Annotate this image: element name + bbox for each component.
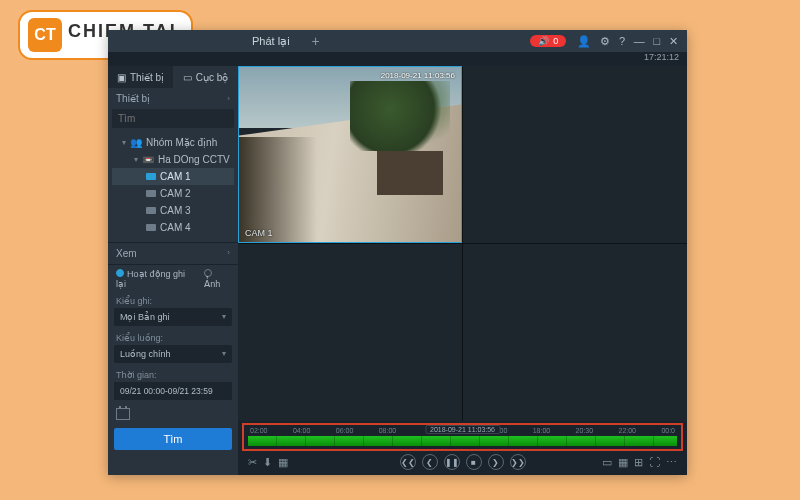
layout-4-icon[interactable]: ▦ xyxy=(618,456,628,469)
timeline-bar[interactable] xyxy=(248,436,677,446)
radio-photo[interactable]: Ảnh xyxy=(204,269,230,289)
sidebar-tab-device-label: Thiết bị xyxy=(130,72,164,83)
tab-add-button[interactable]: + xyxy=(306,33,326,49)
volume-icon: 🔊 xyxy=(538,36,549,46)
app-window: Phát lại + 🔊 0 👤 ⚙ ? — □ ✕ 17:21:12 ▣ xyxy=(108,30,687,475)
close-icon[interactable]: ✕ xyxy=(666,35,681,47)
expand-icon: ▾ xyxy=(134,155,138,164)
device-search[interactable]: 🔍 xyxy=(112,109,234,128)
tree-cam-2[interactable]: CAM 2 xyxy=(112,185,234,202)
brand-icon: CT xyxy=(28,18,62,52)
devices-header[interactable]: Thiết bị › xyxy=(108,88,238,109)
video-cell-4[interactable] xyxy=(463,244,687,421)
alert-count: 0 xyxy=(553,36,558,46)
layout-1-icon[interactable]: ▭ xyxy=(602,456,612,469)
help-icon[interactable]: ? xyxy=(616,35,628,47)
chevron-right-icon: › xyxy=(227,94,230,103)
fullscreen-icon[interactable]: ⛶ xyxy=(649,456,660,469)
view-header[interactable]: Xem › xyxy=(108,243,238,264)
tree-cam-label: CAM 3 xyxy=(160,205,191,216)
titlebar: Phát lại + 🔊 0 👤 ⚙ ? — □ ✕ xyxy=(108,30,687,52)
camera-icon xyxy=(146,207,156,214)
timeline-highlight: 02:00 04:00 06:00 08:00 14:00 16:00 18:0… xyxy=(242,423,683,451)
tick: 06:00 xyxy=(336,427,354,434)
playback-controls: ✂ ⬇ ▦ ❮❮ ❮ ❚❚ ■ ❯ ❯❯ ▭ ▦ ⊞ ⛶ ⋯ xyxy=(242,451,683,473)
tree-cam-label: CAM 1 xyxy=(160,171,191,182)
video-cell-1[interactable]: 2018-09-21 11:03:56 CAM 1 xyxy=(238,66,462,243)
osd-camera-name: CAM 1 xyxy=(245,228,273,238)
pause-button[interactable]: ❚❚ xyxy=(444,454,460,470)
tick: 18:00 xyxy=(533,427,551,434)
next-frame-button[interactable]: ❯❯ xyxy=(510,454,526,470)
tree-cam-label: CAM 2 xyxy=(160,188,191,199)
stream-label: Kiểu luồng: xyxy=(108,330,238,343)
more-icon[interactable]: ⋯ xyxy=(666,456,677,469)
group-icon: 👥 xyxy=(130,137,142,148)
filter-icon[interactable]: ▦ xyxy=(278,456,288,469)
tree-site-label: Ha DOng CCTV xyxy=(158,154,230,165)
tree-site[interactable]: ▾ 📼 Ha DOng CCTV xyxy=(112,151,234,168)
camera-icon xyxy=(146,224,156,231)
user-icon[interactable]: 👤 xyxy=(574,35,594,47)
maximize-icon[interactable]: □ xyxy=(651,35,664,47)
stop-button[interactable]: ■ xyxy=(466,454,482,470)
search-button[interactable]: Tìm xyxy=(114,428,232,450)
chevron-down-icon: ▾ xyxy=(222,312,226,322)
tick: 00:0 xyxy=(661,427,675,434)
tree-cam-4[interactable]: CAM 4 xyxy=(112,219,234,236)
radio-record-activity[interactable]: Hoạt động ghi lại xyxy=(116,269,194,289)
time-ticks: 02:00 04:00 06:00 08:00 14:00 16:00 18:0… xyxy=(246,427,679,436)
scissors-icon[interactable]: ✂ xyxy=(248,456,257,469)
chevron-right-icon: › xyxy=(227,248,230,259)
forward-button[interactable]: ❯ xyxy=(488,454,504,470)
tree-group-label: Nhóm Mặc định xyxy=(146,137,217,148)
search-input[interactable] xyxy=(118,113,245,124)
osd-timestamp: 2018-09-21 11:03:56 xyxy=(381,71,455,80)
sidebar-tab-local-label: Cục bộ xyxy=(196,72,229,83)
rewind-button[interactable]: ❮ xyxy=(422,454,438,470)
tick: 20:30 xyxy=(576,427,594,434)
local-icon: ▭ xyxy=(183,72,192,83)
tree-group[interactable]: ▾ 👥 Nhóm Mặc định xyxy=(112,134,234,151)
video-feed xyxy=(239,67,461,242)
video-cell-2[interactable] xyxy=(463,66,687,243)
tick: 04:00 xyxy=(293,427,311,434)
camera-icon xyxy=(146,190,156,197)
tab-playback[interactable]: Phát lại xyxy=(244,31,298,52)
stream-select[interactable]: Luồng chính ▾ xyxy=(114,345,232,363)
timeline: 02:00 04:00 06:00 08:00 14:00 16:00 18:0… xyxy=(238,421,687,475)
device-icon: ▣ xyxy=(117,72,126,83)
video-cell-3[interactable] xyxy=(238,244,462,421)
device-tree: ▾ 👥 Nhóm Mặc định ▾ 📼 Ha DOng CCTV CAM 1… xyxy=(108,132,238,242)
sidebar-tab-device[interactable]: ▣ Thiết bị xyxy=(108,66,173,88)
minimize-icon[interactable]: — xyxy=(631,35,648,47)
tree-cam-label: CAM 4 xyxy=(160,222,191,233)
tick: 02:00 xyxy=(250,427,268,434)
chevron-down-icon: ▾ xyxy=(222,349,226,359)
tree-cam-3[interactable]: CAM 3 xyxy=(112,202,234,219)
tree-cam-1[interactable]: CAM 1 xyxy=(112,168,234,185)
gear-icon[interactable]: ⚙ xyxy=(597,35,613,47)
download-icon[interactable]: ⬇ xyxy=(263,456,272,469)
sidebar-tab-local[interactable]: ▭ Cục bộ xyxy=(173,66,238,88)
rectype-select[interactable]: Mọi Bản ghi ▾ xyxy=(114,308,232,326)
camera-icon xyxy=(146,173,156,180)
video-grid: 2018-09-21 11:03:56 CAM 1 xyxy=(238,66,687,421)
tick: 08:00 xyxy=(379,427,397,434)
sidebar: ▣ Thiết bị ▭ Cục bộ Thiết bị › 🔍 ▾ 👥 xyxy=(108,66,238,475)
nvr-icon: 📼 xyxy=(142,154,154,165)
time-label: Thời gian: xyxy=(108,367,238,380)
time-range[interactable]: 09/21 00:00-09/21 23:59 xyxy=(114,382,232,400)
clock: 17:21:12 xyxy=(108,52,687,66)
tick: 22:00 xyxy=(618,427,636,434)
layout-grid-icon[interactable]: ⊞ xyxy=(634,456,643,469)
alert-pill[interactable]: 🔊 0 xyxy=(530,35,566,47)
expand-icon: ▾ xyxy=(122,138,126,147)
timeline-playhead-label: 2018-09-21 11:03:56 xyxy=(425,425,500,434)
calendar-icon[interactable] xyxy=(116,408,130,420)
viewport: 2018-09-21 11:03:56 CAM 1 02:00 04:00 06… xyxy=(238,66,687,475)
rectype-label: Kiểu ghi: xyxy=(108,293,238,306)
prev-frame-button[interactable]: ❮❮ xyxy=(400,454,416,470)
